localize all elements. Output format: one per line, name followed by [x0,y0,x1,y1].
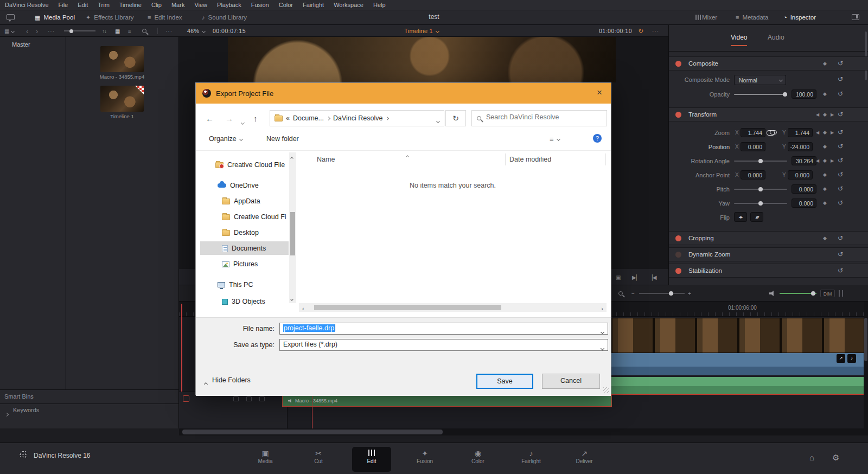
scroll-down-icon[interactable] [291,294,293,302]
menu-item-view[interactable]: View [189,0,212,10]
menu-item-fusion[interactable]: Fusion [246,0,274,10]
organize-button[interactable]: Organize [209,135,242,143]
zoom-in-icon[interactable] [688,285,691,302]
loop-icon[interactable] [638,25,643,37]
tree-scroll-thumb[interactable] [290,212,295,255]
list-scroll-thumb[interactable] [314,305,501,310]
new-folder-button[interactable]: New folder [266,135,299,143]
tree-item-documents[interactable]: Documents [222,242,314,255]
file-name-input[interactable]: project-faelle.drp [279,323,608,335]
audio-mute-icon[interactable] [769,285,775,302]
pitch-value[interactable]: 0.000 [792,184,816,194]
save-as-type-dropdown-icon[interactable] [601,344,604,351]
close-icon[interactable] [597,87,602,98]
forward-nav-icon[interactable] [36,25,38,37]
back-icon[interactable] [206,114,214,123]
opacity-value[interactable]: 100.00 [792,89,816,99]
dim-button[interactable]: DIM [820,290,835,297]
breadcrumb[interactable]: « Docume... DaVinci Resolve [270,110,444,126]
list-view-icon[interactable] [128,25,131,37]
keyframe-icon[interactable] [823,186,827,191]
tree-item-appdata[interactable]: AppData [222,195,314,208]
rotation-slider[interactable] [734,161,787,162]
anchor-x-value[interactable]: 0.000 [741,170,765,180]
timeline-zoom-slider[interactable] [639,293,685,294]
mixer-button[interactable]: Mixer [698,10,717,24]
tree-item-desktop[interactable]: Desktop [222,226,314,239]
page-tab-deliver[interactable]: Deliver [565,447,604,472]
thumb-size-slider[interactable] [64,25,95,37]
reset-icon[interactable] [838,111,843,118]
sort-icon[interactable] [102,25,106,37]
keyframe-icon[interactable] [823,200,827,206]
hscroll-thumb[interactable] [182,430,443,434]
clip-audio-icon[interactable] [847,354,856,363]
zoom-y-value[interactable]: 1.744 [788,128,813,137]
flip-horizontal-button[interactable] [734,212,747,222]
next-keyframe-icon[interactable] [831,130,834,135]
viewer-zoom-select[interactable]: 46% [187,25,205,37]
forward-icon[interactable] [225,114,233,123]
reset-icon[interactable] [838,234,843,242]
chat-icon[interactable] [7,14,15,20]
refresh-button[interactable] [445,110,466,126]
page-tab-media[interactable]: Media [246,447,285,472]
selected-audio-clip[interactable]: Macro - 34855.mp4 [282,395,612,407]
project-manager-icon[interactable] [809,453,814,462]
menu-item-clip[interactable]: Clip [146,0,167,10]
timeline-tab[interactable]: Timeline 1 [404,25,439,37]
zoom-out-icon[interactable] [631,285,635,302]
clip-transition-icon[interactable] [837,354,845,363]
transform-toggle[interactable] [675,112,681,118]
video-clip-waveform[interactable] [611,367,868,375]
keyframe-icon[interactable] [823,235,827,241]
position-x-value[interactable]: 0.000 [741,142,765,151]
breadcrumb-documents[interactable]: Docume... [293,114,324,122]
save-as-type-select[interactable]: Export files (*.drp) [279,339,608,351]
cropping-section-header[interactable]: Cropping [669,231,868,245]
dynamic-zoom-toggle[interactable] [675,252,681,258]
stabilization-section-header[interactable]: Stabilization [669,264,868,278]
transform-section-header[interactable]: Transform [669,107,868,121]
keyframe-icon[interactable] [823,158,827,163]
dynamic-zoom-section-header[interactable]: Dynamic Zoom [669,247,868,261]
next-keyframe-icon[interactable] [831,158,834,163]
keywords-section[interactable]: Keywords [13,407,39,413]
next-keyframe-icon[interactable] [831,112,834,117]
edit-index-button[interactable]: Edit Index [148,10,182,24]
scroll-up-icon[interactable] [291,153,293,161]
file-name-dropdown-icon[interactable] [601,328,604,335]
grid-view-icon[interactable] [115,25,120,37]
page-tab-edit[interactable]: Edit [352,447,391,472]
composite-section-header[interactable]: Composite [669,56,868,71]
yaw-value[interactable]: 0.000 [792,198,816,208]
effects-library-button[interactable]: Effects Library [86,10,134,24]
dialog-titlebar[interactable]: Export Project File [196,83,611,104]
list-hscrollbar[interactable] [299,303,607,312]
save-button[interactable]: Save [476,374,533,389]
pitch-slider[interactable] [734,189,787,190]
vscroll-thumb[interactable] [864,318,867,361]
search-box[interactable] [471,110,607,126]
keyframe-icon[interactable] [823,172,827,177]
menu-item-fairlight[interactable]: Fairlight [298,0,329,10]
record-arm-icon[interactable] [183,395,189,402]
menu-item-timeline[interactable]: Timeline [114,0,146,10]
column-date-modified[interactable]: Date modified [509,156,551,163]
reset-icon[interactable] [838,171,843,178]
reset-icon[interactable] [838,185,843,193]
timeline-hscrollbar[interactable] [179,428,868,435]
menu-item-help[interactable]: Help [368,0,391,10]
tree-item-pictures[interactable]: Pictures [222,258,314,271]
menu-item-app[interactable]: DaVinci Resolve [0,0,54,10]
keywords-expand-icon[interactable] [5,408,8,418]
track-solo-icon[interactable] [259,396,265,401]
prev-keyframe-icon[interactable] [816,158,819,163]
keyframe-icon[interactable] [823,91,827,97]
reset-icon[interactable] [838,75,843,83]
tab-audio[interactable]: Audio [768,34,784,41]
next-clip-icon[interactable] [632,269,640,285]
keyframe-icon[interactable] [823,112,827,117]
page-tab-fairlight[interactable]: Fairlight [512,447,551,472]
keyframe-icon[interactable] [823,61,827,66]
